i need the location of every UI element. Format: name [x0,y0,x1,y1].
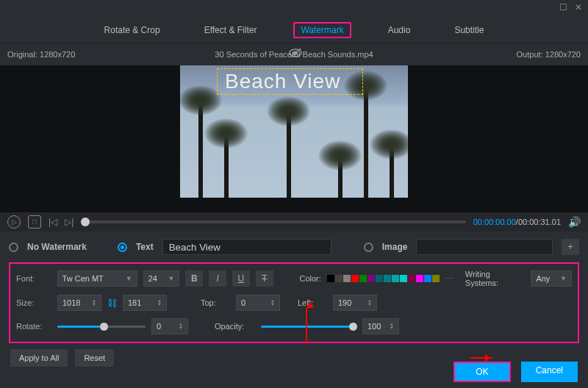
color-swatch[interactable] [384,275,391,282]
top-input[interactable]: 0▲▼ [236,295,280,311]
opacity-slider[interactable] [261,326,356,328]
time-total: /00:00:31.01 [516,218,561,226]
rotate-input[interactable]: 0▲▼ [151,318,188,334]
radio-text-watermark[interactable] [118,242,127,252]
color-swatch[interactable] [335,275,343,282]
left-input[interactable]: 190▲▼ [333,295,377,311]
output-resolution: Output: 1280x720 [517,50,581,59]
ok-button[interactable]: OK [453,362,510,382]
opacity-label: Opacity: [215,322,255,331]
color-picker[interactable] [327,275,440,282]
rotate-label: Rotate: [16,322,51,331]
tab-subtitle[interactable]: Subtitle [447,22,491,38]
radio-no-watermark[interactable] [9,242,18,252]
more-colors-icon[interactable]: ⋯ [445,274,453,284]
color-swatch[interactable] [359,275,367,282]
font-label: Font: [16,274,51,283]
color-swatch[interactable] [416,275,423,282]
height-input[interactable]: 181▲▼ [123,295,167,311]
dialog-footer: OK Cancel [453,362,578,382]
info-bar: Original: 1280x720 30 Seconds of Peacefu… [0,43,588,65]
text-watermark-label: Text [136,242,154,252]
close-icon[interactable]: ✕ [575,2,582,12]
tab-audio[interactable]: Audio [381,22,418,38]
volume-icon[interactable]: 🔊 [568,216,581,228]
color-swatch[interactable] [424,275,431,282]
writing-systems-select[interactable]: Any▼ [531,270,572,287]
watermark-text-input[interactable] [162,239,331,255]
prev-frame-button[interactable]: |◁ [49,217,57,227]
cancel-button[interactable]: Cancel [521,362,578,382]
underline-button[interactable]: U [232,270,250,287]
color-swatch[interactable] [351,275,359,282]
preview-area: Beach View [0,65,588,212]
tab-watermark[interactable]: Watermark [293,22,351,38]
bold-button[interactable]: B [185,270,203,287]
filename-label: 30 Seconds of Peaceful Beach Sounds.mp4 [215,50,373,59]
opacity-input[interactable]: 100▲▼ [362,318,399,334]
maximize-icon[interactable]: ☐ [559,2,567,12]
timeline-slider[interactable] [81,220,465,223]
color-swatch[interactable] [400,275,407,282]
color-label: Color: [299,274,320,283]
time-current: 00:00:00.00 [473,218,516,226]
tab-rotate-crop[interactable]: Rotate & Crop [97,22,168,38]
next-frame-button[interactable]: ▷| [65,217,74,227]
writing-systems-label: Writing Systems: [465,270,526,287]
font-family-select[interactable]: Tw Cen MT▼ [57,270,137,287]
link-dimensions-icon[interactable]: ⛓ [107,298,117,309]
color-swatch[interactable] [376,275,383,282]
strikethrough-button[interactable]: T [256,270,273,287]
left-label: Left: [298,298,327,307]
playback-bar: ▷ □ |◁ ▷| 00:00:00.00/00:00:31.01 🔊 [0,212,588,231]
titlebar: ☐ ✕ [0,0,588,15]
radio-image-watermark[interactable] [364,242,373,252]
apply-to-all-button[interactable]: Apply to All [10,349,68,367]
italic-button[interactable]: I [209,270,226,287]
tab-bar: Rotate & Crop Effect & Filter Watermark … [0,15,588,43]
font-size-select[interactable]: 24▼ [143,270,180,287]
width-input[interactable]: 1018▲▼ [57,295,101,311]
color-swatch[interactable] [368,275,375,282]
stop-button[interactable]: □ [28,215,41,229]
video-preview[interactable]: Beach View [180,65,408,198]
add-image-button[interactable]: + [562,239,579,255]
color-swatch[interactable] [327,275,334,282]
color-swatch[interactable] [392,275,399,282]
watermark-overlay[interactable]: Beach View [217,68,363,95]
top-label: Top: [201,298,230,307]
color-swatch[interactable] [432,275,440,282]
color-swatch[interactable] [408,275,415,282]
image-watermark-label: Image [382,242,408,252]
play-button[interactable]: ▷ [7,215,21,229]
reset-button[interactable]: Reset [75,349,114,367]
no-watermark-label: No Watermark [27,242,87,252]
watermark-type-row: No Watermark Text Image + [0,231,588,262]
tab-effect-filter[interactable]: Effect & Filter [197,22,265,38]
watermark-controls-panel: Font: Tw Cen MT▼ 24▼ B I U T Color: ⋯ Wr… [9,262,579,343]
color-swatch[interactable] [343,275,351,282]
watermark-image-path[interactable] [416,239,553,255]
size-label: Size: [16,298,51,307]
rotate-slider[interactable] [57,326,146,328]
original-resolution: Original: 1280x720 [7,50,75,59]
